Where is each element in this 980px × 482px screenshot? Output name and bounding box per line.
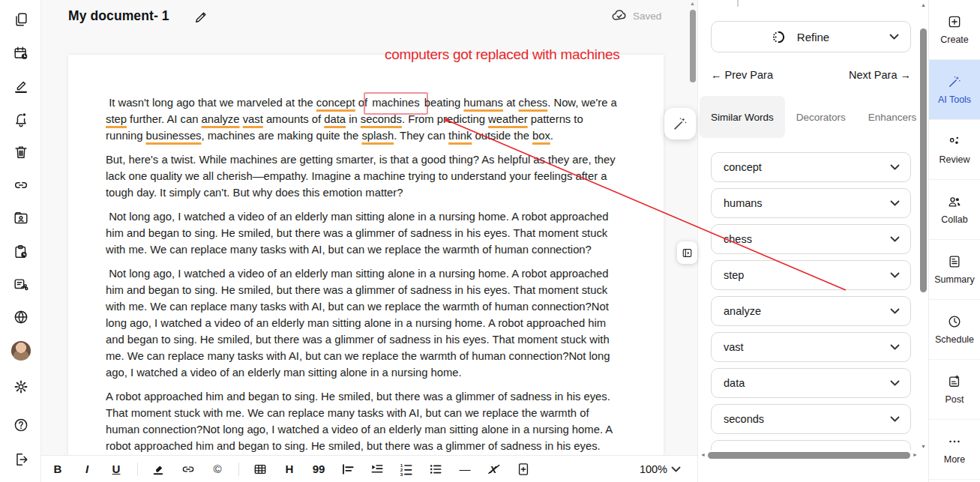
refine-icon: [772, 30, 786, 44]
clear-format-button[interactable]: X: [484, 460, 504, 479]
sidebar-settings-button[interactable]: [10, 376, 31, 397]
similar-words-list: concepthumanschessstepanalyzevastdatasec…: [711, 152, 911, 460]
highlighted-word[interactable]: step: [106, 113, 127, 125]
table-button[interactable]: [250, 460, 270, 479]
nav-label: Schedule: [935, 334, 974, 345]
scroll-up-arrow-icon[interactable]: ▲: [690, 1, 695, 6]
sidebar-link-button[interactable]: [10, 175, 31, 196]
scroll-right-arrow-icon[interactable]: ►: [913, 452, 918, 457]
italic-button[interactable]: I: [77, 460, 97, 479]
ai-wand-button[interactable]: [664, 108, 696, 139]
collab-icon: [947, 194, 962, 209]
insert-page-button[interactable]: [514, 460, 533, 479]
chevron-down-icon: [890, 380, 900, 387]
word-item-humans[interactable]: humans: [711, 188, 911, 218]
horizontal-rule-button[interactable]: —: [455, 460, 475, 479]
tab-decorators[interactable]: Decorators: [785, 96, 857, 138]
chevron-down-icon: [890, 236, 900, 243]
sidebar-documents-button[interactable]: [10, 9, 31, 30]
sidebar-template-button[interactable]: [10, 274, 31, 295]
highlighted-word[interactable]: splash: [361, 130, 394, 142]
nav-collab[interactable]: Collab: [929, 180, 980, 240]
sidebar-media-folder-button[interactable]: [10, 208, 31, 229]
panel-hscrollbar-thumb[interactable]: [708, 452, 910, 459]
word-item-step[interactable]: step: [711, 260, 911, 290]
highlight-button[interactable]: [149, 460, 169, 479]
sidebar-help-button[interactable]: [10, 415, 31, 436]
highlighted-word[interactable]: vast: [243, 113, 263, 125]
sidebar-editor-button[interactable]: [10, 76, 31, 97]
nav-more[interactable]: More: [929, 420, 980, 480]
toolbar-divider: [137, 463, 138, 476]
sidebar-web-button[interactable]: [10, 307, 31, 328]
prev-para-button[interactable]: ← Prev Para: [711, 69, 773, 81]
web-icon: [13, 309, 29, 325]
word-label: step: [724, 269, 744, 281]
highlighted-word[interactable]: concept: [316, 97, 355, 109]
nav-create[interactable]: Create: [929, 0, 980, 60]
heading-button[interactable]: H: [280, 460, 299, 479]
sidebar-calendar-schedule-button[interactable]: [10, 43, 31, 64]
nav-label: Create: [940, 34, 969, 45]
scroll-left-arrow-icon[interactable]: ◄: [700, 452, 706, 457]
highlighted-word[interactable]: weather: [488, 113, 528, 125]
panel-vscrollbar[interactable]: ▲ ▼: [919, 0, 929, 482]
document-paragraph: Not long ago, I watched a video of an el…: [106, 208, 620, 258]
underline-button[interactable]: U: [106, 460, 126, 479]
highlighted-word[interactable]: analyze: [202, 113, 240, 125]
help-icon: [13, 417, 29, 433]
tab-enhancers[interactable]: Enhancers: [857, 96, 928, 138]
highlighted-word[interactable]: data: [324, 113, 346, 125]
quote-button[interactable]: 99: [309, 460, 328, 479]
document-scrollbar[interactable]: ▲: [689, 0, 697, 455]
align-left-button[interactable]: [338, 460, 358, 479]
highlighted-word[interactable]: businesses: [145, 130, 201, 142]
sidebar-notifications-button[interactable]: [10, 109, 31, 130]
word-item-seconds[interactable]: seconds: [711, 404, 911, 434]
sidebar-clipboard-schedule-button[interactable]: [10, 241, 31, 262]
ordered-list-button[interactable]: 123: [397, 460, 416, 479]
sidebar-logout-button[interactable]: [10, 449, 31, 470]
rename-pencil-icon[interactable]: [193, 10, 208, 25]
highlighted-word[interactable]: box: [532, 130, 550, 142]
scroll-down-arrow-icon[interactable]: ▼: [921, 444, 926, 449]
nav-schedule[interactable]: Schedule: [929, 300, 980, 360]
highlighted-word[interactable]: humans: [463, 97, 503, 109]
chevron-down-icon: [890, 344, 900, 351]
nav-post[interactable]: Post: [929, 360, 980, 420]
settings-icon: [13, 379, 29, 395]
word-item-vast[interactable]: vast: [711, 332, 911, 362]
expand-panel-button[interactable]: [677, 241, 697, 264]
zoom-select[interactable]: 100%: [635, 463, 685, 476]
refine-dropdown[interactable]: Refine: [711, 21, 911, 52]
word-item-data[interactable]: data: [711, 368, 911, 398]
document-scrollbar-thumb[interactable]: [690, 10, 696, 82]
bold-button[interactable]: B: [48, 460, 67, 479]
annotated-boxed-word[interactable]: machines: [364, 92, 427, 115]
nav-review[interactable]: Review: [929, 120, 980, 180]
document-page[interactable]: It wasn't long ago that we marveled at t…: [68, 55, 664, 455]
tab-similar-words[interactable]: Similar Words: [700, 96, 785, 138]
word-item-chess[interactable]: chess: [711, 224, 911, 254]
bullet-list-button[interactable]: [426, 460, 445, 479]
word-label: chess: [724, 233, 752, 245]
indent-button[interactable]: [367, 460, 387, 479]
highlighted-word[interactable]: chess: [519, 97, 548, 109]
save-status: Saved: [611, 7, 661, 24]
link-button[interactable]: [178, 460, 198, 479]
create-icon: [947, 14, 962, 29]
nav-summary[interactable]: Summary: [929, 240, 980, 300]
highlighted-word[interactable]: seconds: [361, 113, 402, 125]
sidebar-profile-avatar-button[interactable]: [10, 340, 31, 361]
panel-vscrollbar-thumb[interactable]: [920, 28, 927, 292]
word-item-analyze[interactable]: analyze: [711, 296, 911, 326]
highlighted-word[interactable]: think: [448, 130, 472, 142]
panel-hscrollbar[interactable]: ◄ ►: [698, 450, 920, 461]
sidebar-trash-button[interactable]: [10, 142, 31, 163]
nav-ai-tools[interactable]: AI Tools: [929, 60, 980, 120]
copyright-button[interactable]: ©: [208, 460, 227, 479]
chevron-down-icon: [890, 416, 900, 423]
word-item-concept[interactable]: concept: [711, 152, 911, 182]
scroll-up-arrow-icon[interactable]: ▲: [921, 2, 926, 7]
next-para-button[interactable]: Next Para →: [849, 69, 911, 81]
